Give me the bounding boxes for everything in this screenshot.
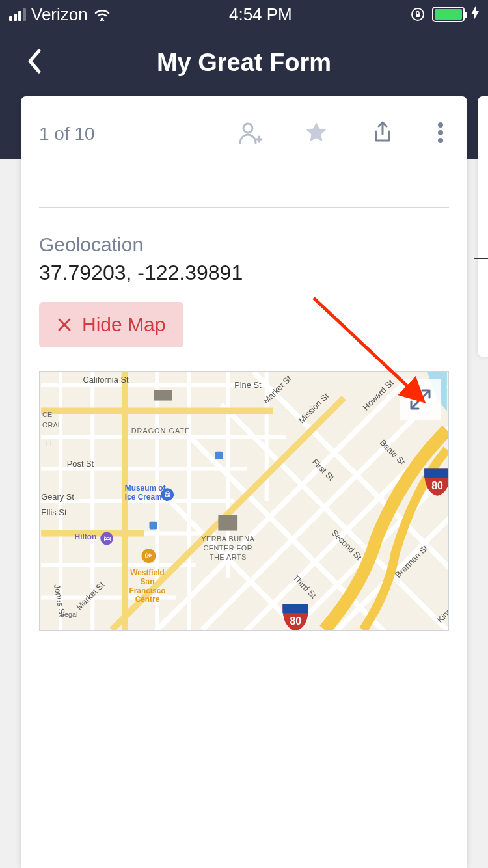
svg-text:LL: LL [46,440,54,448]
star-icon[interactable] [299,116,333,152]
svg-text:California St: California St [83,375,128,385]
next-card-peek-text: — [474,246,488,268]
status-time: 4:54 PM [229,5,292,25]
svg-text:Hilton: Hilton [75,532,97,541]
status-left: Verizon [9,5,111,25]
svg-text:Museum of: Museum of [125,483,166,493]
nav-bar: My Great Form [0,29,488,96]
svg-rect-45 [154,390,172,401]
svg-rect-2 [416,14,420,17]
svg-point-6 [438,138,443,143]
svg-rect-46 [215,452,223,459]
svg-text:Centre: Centre [135,595,160,604]
svg-rect-47 [149,522,157,530]
next-card-peek[interactable] [478,96,488,357]
charging-icon [471,6,479,23]
svg-point-5 [438,130,443,135]
svg-rect-44 [218,515,237,531]
close-icon [57,318,72,332]
svg-text:Geary St: Geary St [41,492,74,502]
expand-map-button[interactable] [400,379,441,420]
svg-text:Post St: Post St [67,459,94,468]
battery-icon [432,7,465,22]
svg-text:CENTER FOR: CENTER FOR [203,544,252,552]
svg-text:YERBA BUENA: YERBA BUENA [201,535,254,543]
svg-text:80: 80 [431,480,443,491]
status-bar: Verizon 4:54 PM [0,0,488,29]
signal-icon [9,8,26,21]
geolocation-label: Geolocation [39,234,449,256]
svg-text:Westfield: Westfield [130,568,165,577]
status-right [410,6,479,23]
hide-map-button[interactable]: Hide Map [39,302,183,347]
add-user-icon[interactable] [233,116,267,152]
map-svg: 80 80 🛍 🛏 🏛 California St Pine St Post S… [40,372,448,630]
svg-point-3 [243,124,252,133]
svg-text:DRAGON GATE: DRAGON GATE [131,427,190,435]
form-card: 1 of 10 Geolocation 37.79203, -122.39891… [21,96,467,868]
map-preview[interactable]: 80 80 🛍 🛏 🏛 California St Pine St Post S… [39,371,449,631]
page-title: My Great Form [157,49,331,77]
svg-text:80: 80 [290,616,301,627]
svg-text:THE ARTS: THE ARTS [210,553,247,561]
card-header: 1 of 10 [21,96,467,159]
share-icon[interactable] [366,116,400,152]
geolocation-value: 37.79203, -122.39891 [39,261,449,285]
svg-text:🛍: 🛍 [144,551,152,560]
carrier-label: Verizon [31,5,88,25]
rotation-lock-icon [410,7,426,22]
svg-text:Ice Cream: Ice Cream [125,493,162,502]
svg-text:Francisco: Francisco [129,586,165,595]
svg-point-0 [101,18,103,20]
svg-text:Legal: Legal [61,610,78,618]
geolocation-section: Geolocation 37.79203, -122.39891 Hide Ma… [21,208,467,347]
svg-text:San: San [141,577,155,586]
svg-text:CE: CE [42,411,52,418]
page-indicator: 1 of 10 [39,124,95,144]
hide-map-label: Hide Map [82,314,165,336]
svg-text:ORAL: ORAL [42,421,62,429]
card-actions [233,116,449,152]
divider [39,647,449,647]
svg-text:Pine St: Pine St [234,380,262,390]
back-button[interactable] [20,42,48,83]
svg-text:🛏: 🛏 [103,534,111,542]
svg-point-4 [438,122,443,128]
more-icon[interactable] [432,116,449,152]
svg-text:Ellis St: Ellis St [41,508,67,517]
wifi-icon [93,8,111,21]
